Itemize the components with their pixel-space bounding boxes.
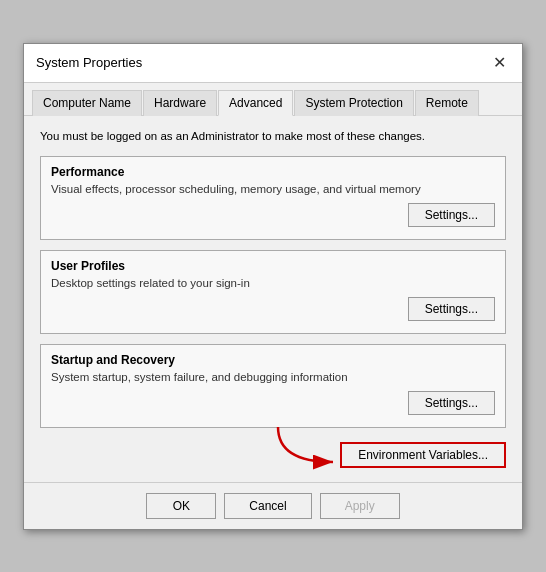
user-profiles-settings-button[interactable]: Settings... [408,297,495,321]
tab-advanced[interactable]: Advanced [218,90,293,116]
startup-recovery-desc: System startup, system failure, and debu… [51,371,495,383]
window-title: System Properties [36,55,142,70]
user-profiles-section: User Profiles Desktop settings related t… [40,250,506,334]
tab-system-protection[interactable]: System Protection [294,90,413,116]
apply-button[interactable]: Apply [320,493,400,519]
performance-title: Performance [51,165,495,179]
ok-button[interactable]: OK [146,493,216,519]
user-profiles-desc: Desktop settings related to your sign-in [51,277,495,289]
performance-section: Performance Visual effects, processor sc… [40,156,506,240]
tab-bar: Computer Name Hardware Advanced System P… [24,83,522,116]
tab-hardware[interactable]: Hardware [143,90,217,116]
performance-settings-button[interactable]: Settings... [408,203,495,227]
user-profiles-title: User Profiles [51,259,495,273]
environment-variables-button[interactable]: Environment Variables... [340,442,506,468]
system-properties-window: System Properties ✕ Computer Name Hardwa… [23,43,523,530]
startup-recovery-title: Startup and Recovery [51,353,495,367]
tab-content: You must be logged on as an Administrato… [24,116,522,482]
startup-recovery-settings-button[interactable]: Settings... [408,391,495,415]
tab-remote[interactable]: Remote [415,90,479,116]
close-button[interactable]: ✕ [488,52,510,74]
startup-recovery-section: Startup and Recovery System startup, sys… [40,344,506,428]
footer: OK Cancel Apply [24,482,522,529]
title-bar: System Properties ✕ [24,44,522,83]
arrow-annotation [258,422,358,472]
tab-computer-name[interactable]: Computer Name [32,90,142,116]
performance-desc: Visual effects, processor scheduling, me… [51,183,495,195]
admin-notice: You must be logged on as an Administrato… [40,130,506,142]
cancel-button[interactable]: Cancel [224,493,311,519]
